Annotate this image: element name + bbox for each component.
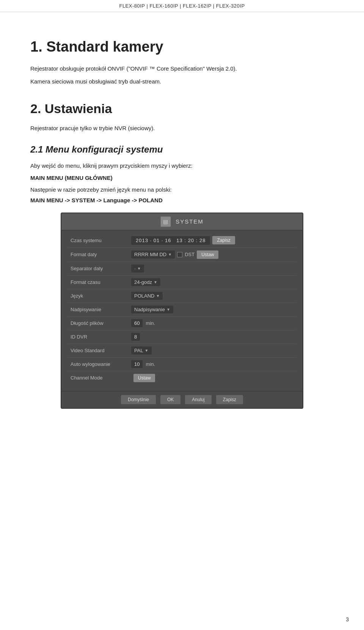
table-row: Nadpisywanie Nadpisywanie ▼ <box>67 303 297 317</box>
row-value-jezyk[interactable]: POLAND ▼ <box>131 292 163 300</box>
section21-title: 2.1 Menu konfiguracji systemu <box>30 144 334 155</box>
table-row: Czas systemu 2013 · 01 · 16 13 : 20 : 28… <box>67 233 297 248</box>
row-label-nadpisywanie: Nadpisywanie <box>71 307 131 312</box>
row-label-channel-mode: Channel Mode <box>71 375 131 381</box>
ustaw-channel-button[interactable]: Ustaw <box>133 374 155 382</box>
row-value-video-standard[interactable]: PAL ▼ <box>131 346 152 354</box>
dropdown-arrow: ▼ <box>168 252 172 257</box>
dropdown-arrow: ▼ <box>156 294 160 298</box>
dropdown-arrow: ▼ <box>154 280 157 284</box>
section1-paragraph2: Kamera sieciowa musi obsługiwać tryb dua… <box>30 77 334 86</box>
anuluj-button[interactable]: Anuluj <box>185 395 211 404</box>
menu-path: MAIN MENU -> SYSTEM -> Language -> POLAN… <box>30 197 334 203</box>
row-label-auto-wylogowanie: Auto wylogowanie <box>71 361 131 367</box>
row-label-dlugosc: Długość plików <box>71 320 131 326</box>
ok-button[interactable]: OK <box>160 395 180 404</box>
table-row: Channel Mode Ustaw <box>67 371 297 385</box>
system-title: SYSTEM <box>176 218 204 225</box>
row-suffix-dlugosc: min. <box>146 320 293 326</box>
section2-body: Rejestrator pracuje tylko w trybie NVR (… <box>30 124 334 133</box>
page-content: 1. Standard kamery Rejestrator obsługuje… <box>0 12 364 439</box>
table-row: Format daty RRRR MM DD ▼ DST Ustaw <box>67 248 297 262</box>
table-row: Format czasu 24-godz ▼ <box>67 276 297 289</box>
row-value-czas: 2013 · 01 · 16 13 : 20 : 28 <box>131 236 210 245</box>
system-icon: ▤ <box>160 216 171 227</box>
header-bar: FLEX-80IP | FLEX-160IP | FLEX-162IP | FL… <box>0 0 364 12</box>
row-value-separator[interactable]: · ▼ <box>131 265 144 272</box>
section2-title: 2. Ustawienia <box>30 101 334 116</box>
ustaw-format-button[interactable]: Ustaw <box>197 250 218 259</box>
header-text: FLEX-80IP | FLEX-160IP | FLEX-162IP | FL… <box>119 3 245 9</box>
system-screenshot: ▤ SYSTEM Czas systemu 2013 · 01 · 16 13 … <box>61 213 303 409</box>
menu-instruction-1: Aby wejść do menu, kliknij prawym przyci… <box>30 161 334 171</box>
menu-instruction-2: MAIN MENU (MENU GŁÓWNE) <box>30 173 334 183</box>
zapisz-button[interactable]: Zapisz <box>216 395 243 404</box>
section1-paragraph1: Rejestrator obsługuje protokół ONVIF ("O… <box>30 64 334 73</box>
system-footer: Domyślnie OK Anuluj Zapisz <box>61 391 303 408</box>
menu-highlight-1: MAIN MENU (MENU GŁÓWNE) <box>30 175 113 181</box>
table-row: Separator daty · ▼ <box>67 262 297 276</box>
dst-label: DST <box>185 252 195 257</box>
domyslnie-button[interactable]: Domyślnie <box>121 395 156 404</box>
row-value-format-czasu[interactable]: 24-godz ▼ <box>131 278 160 286</box>
dropdown-arrow: ▼ <box>145 348 149 353</box>
page-number: 3 <box>346 616 349 622</box>
zapisz-czas-button[interactable]: Zapisz <box>212 236 235 244</box>
row-value-dlugosc: 60 <box>131 319 143 327</box>
row-label-separator: Separator daty <box>71 266 131 271</box>
row-value-nadpisywanie[interactable]: Nadpisywanie ▼ <box>131 306 173 313</box>
row-label-format-czasu: Format czasu <box>71 279 131 285</box>
menu-instruction-3: Następnie w razie potrzeby zmień język m… <box>30 185 334 195</box>
row-suffix-auto: min. <box>146 361 293 367</box>
dropdown-arrow: ▼ <box>166 307 170 312</box>
row-label-czas: Czas systemu <box>71 238 131 243</box>
section1-title: 1. Standard kamery <box>30 39 334 55</box>
row-label-video-standard: Video Standard <box>71 348 131 353</box>
system-rows: Czas systemu 2013 · 01 · 16 13 : 20 : 28… <box>61 230 303 391</box>
row-label-jezyk: Język <box>71 293 131 299</box>
row-label-id-dvr: ID DVR <box>71 334 131 340</box>
row-label-format-daty: Format daty <box>71 252 131 257</box>
row-value-auto-wylogowanie: 10 <box>131 360 143 368</box>
dropdown-arrow: ▼ <box>137 266 141 271</box>
system-title-bar: ▤ SYSTEM <box>61 213 303 230</box>
table-row: Video Standard PAL ▼ <box>67 344 297 358</box>
table-row: Auto wylogowanie 10 min. <box>67 358 297 371</box>
table-row: Język POLAND ▼ <box>67 289 297 303</box>
table-row: Długość plików 60 min. <box>67 317 297 330</box>
row-value-format-daty[interactable]: RRRR MM DD ▼ <box>131 250 175 258</box>
row-value-id-dvr: 8 <box>131 333 140 341</box>
dst-checkbox[interactable] <box>177 252 182 257</box>
table-row: ID DVR 8 <box>67 330 297 344</box>
